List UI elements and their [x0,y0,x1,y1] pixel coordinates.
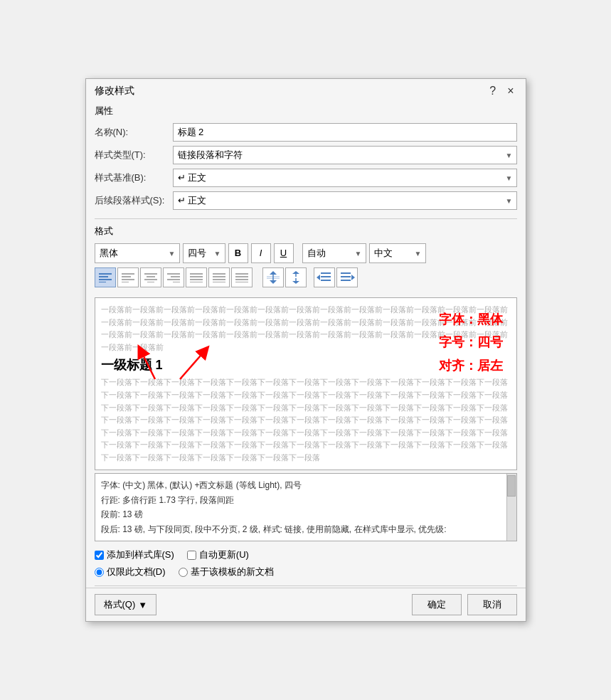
format-menu-arrow: ▼ [138,600,147,610]
align-right-button[interactable] [163,267,184,287]
preview-heading: 一级标题 1 [101,354,511,376]
indent-increase-button[interactable] [336,267,358,287]
align-justify2-icon [235,272,248,282]
svg-rect-3 [99,282,106,282]
svg-rect-26 [235,279,248,280]
style-type-label: 样式类型(T): [95,149,173,161]
svg-marker-30 [270,280,277,284]
bottom-bar: 格式(Q) ▼ 确定 取消 [86,588,526,621]
style-base-select[interactable]: ↵ 正文 [173,169,517,187]
bold-button[interactable]: B [228,243,248,263]
color-select-wrapper: 自动 ▼ [302,243,366,263]
line-spacing-button[interactable] [262,267,284,287]
svg-rect-16 [190,273,203,275]
name-label: 名称(N): [95,126,173,139]
attr-section-title: 属性 [86,100,526,120]
svg-marker-34 [292,271,299,274]
preview-wrapper: 一段落前一段落前一段落前一段落前一段落前一段落前一段落前一段落前一段落前一段落前… [95,297,517,471]
this-doc-radio[interactable]: 仅限此文档(D) [95,566,166,578]
divider2 [95,585,517,586]
svg-marker-36 [292,281,299,284]
svg-rect-22 [213,279,225,280]
size-select[interactable]: 四号 [183,243,225,263]
next-para-select-wrapper: ↵ 正文 ▼ [173,191,517,210]
preview-next-text: 下一段落下一段落下一段落下一段落下一段落下一段落下一段落下一段落下一段落下一段落… [101,376,511,464]
next-para-select[interactable]: ↵ 正文 [173,191,517,210]
checkbox-row: 添加到样式库(S) 自动更新(U) [86,544,526,564]
style-type-select-wrapper: 链接段落和字符 ▼ [173,146,517,164]
svg-rect-0 [99,273,112,275]
italic-button[interactable]: I [251,243,271,263]
svg-marker-44 [351,275,355,280]
svg-rect-23 [213,282,225,282]
add-to-gallery-checkbox[interactable]: 添加到样式库(S) [95,548,174,561]
svg-rect-42 [341,276,351,277]
font-select[interactable]: 黑体 [95,243,180,263]
align-center-button[interactable] [140,267,161,287]
align-distribute-icon [213,272,225,282]
svg-rect-37 [321,272,331,274]
lang-select-wrapper: 中文 ▼ [369,243,426,263]
align-right-icon [167,272,180,282]
svg-rect-2 [99,279,112,280]
format-menu-label: 格式(Q) [104,598,136,611]
lang-select[interactable]: 中文 [369,243,426,263]
close-button[interactable]: × [504,85,516,97]
align-left-icon [99,272,112,282]
svg-rect-5 [122,276,131,277]
style-base-select-wrapper: ↵ 正文 ▼ [173,169,517,187]
style-type-select[interactable]: 链接段落和字符 [173,146,517,164]
svg-rect-12 [167,273,180,275]
desc-scrollbar[interactable] [506,474,516,541]
format-section: 黑体 ▼ 四号 ▼ B I U 自动 ▼ 中文 [86,240,526,295]
radio-row: 仅限此文档(D) 基于该模板的新文档 [86,564,526,584]
svg-rect-39 [321,280,331,281]
svg-rect-41 [341,272,351,274]
cancel-button[interactable]: 取消 [467,594,517,615]
new-doc-input[interactable] [179,568,188,577]
preview-area: 一段落前一段落前一段落前一段落前一段落前一段落前一段落前一段落前一段落前一段落前… [95,297,517,471]
name-input[interactable] [173,123,517,142]
auto-update-input[interactable] [187,551,196,560]
align-left2-icon [122,272,134,282]
next-para-label: 后续段落样式(S): [95,194,173,207]
new-doc-radio[interactable]: 基于该模板的新文档 [179,566,274,578]
align-left-button[interactable] [95,267,116,287]
svg-rect-15 [173,282,180,282]
new-doc-label: 基于该模板的新文档 [191,566,274,578]
align-justify2-button[interactable] [231,267,253,287]
align-justify-button[interactable] [186,267,207,287]
size-select-wrapper: 四号 ▼ [183,243,225,263]
align-row [95,267,517,287]
svg-rect-27 [235,282,248,282]
desc-area: 字体: (中文) 黑体, (默认) +西文标题 (等线 Light), 四号 行… [95,473,517,541]
color-select[interactable]: 自动 [302,243,366,263]
svg-rect-17 [190,276,203,277]
form-area: 名称(N): 样式类型(T): 链接段落和字符 ▼ 样式基准(B): ↵ 正文 … [86,120,526,217]
help-button[interactable]: ? [487,85,499,97]
style-base-row: 样式基准(B): ↵ 正文 ▼ [95,169,517,187]
svg-rect-9 [147,276,155,277]
title-bar-controls: ? × [487,85,516,97]
format-menu-button[interactable]: 格式(Q) ▼ [95,594,157,615]
svg-rect-38 [321,276,331,277]
svg-rect-25 [235,276,248,277]
line-spacing-icon [267,271,280,284]
svg-rect-1 [99,276,108,277]
indent-decrease-button[interactable] [314,267,335,287]
para-spacing-button[interactable] [285,267,307,287]
ok-button[interactable]: 确定 [412,594,462,615]
align-left2-button[interactable] [117,267,139,287]
modify-style-dialog: 修改样式 ? × 属性 名称(N): 样式类型(T): 链接段落和字符 ▼ 样式… [85,78,526,622]
svg-rect-18 [190,279,203,280]
font-select-wrapper: 黑体 ▼ [95,243,180,263]
svg-rect-13 [171,276,180,277]
add-to-gallery-input[interactable] [95,551,104,560]
this-doc-input[interactable] [95,568,104,577]
align-distribute-button[interactable] [208,267,230,287]
ok-cancel-area: 确定 取消 [412,594,517,615]
auto-update-checkbox[interactable]: 自动更新(U) [187,548,249,561]
svg-rect-21 [213,276,225,277]
underline-button[interactable]: U [274,243,294,263]
svg-rect-6 [122,279,134,280]
